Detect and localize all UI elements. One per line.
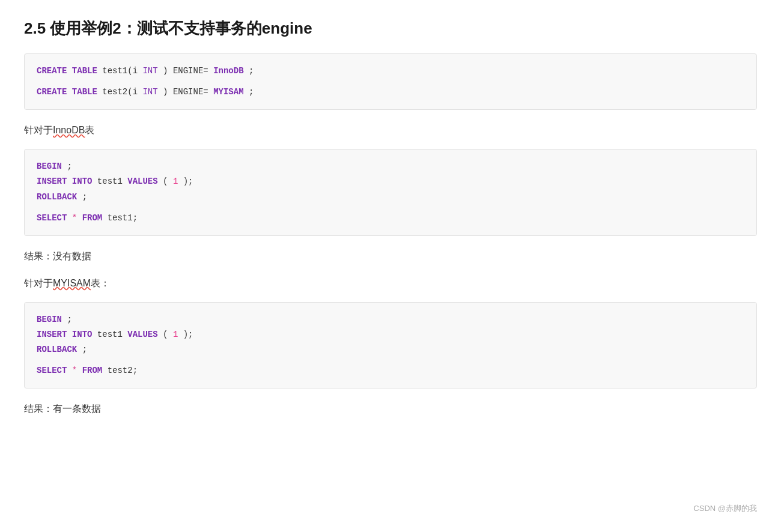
- footer-brand: CSDN @赤脚的我: [693, 503, 757, 514]
- keyword-into1: INTO: [72, 177, 93, 186]
- innodb-label: 针对于InnoDB表: [24, 122, 757, 139]
- keyword-rollback2: ROLLBACK: [37, 345, 77, 354]
- result1-value: 没有数据: [53, 251, 91, 261]
- code-line-begin1: BEGIN ;: [37, 159, 744, 174]
- page-title: 2.5 使用举例2：测试不支持事务的engine: [24, 18, 757, 39]
- code-block-innodb: BEGIN ; INSERT INTO test1 VALUES ( 1 ); …: [24, 149, 757, 236]
- keyword-select2: SELECT: [37, 366, 67, 375]
- code-line-insert1: INSERT INTO test1 VALUES ( 1 );: [37, 174, 744, 189]
- code-line-select1: SELECT * FROM test1;: [37, 211, 744, 226]
- code-line-select2: SELECT * FROM test2;: [37, 363, 744, 378]
- keyword-insert2: INSERT: [37, 330, 67, 339]
- result2-value: 有一条数据: [53, 404, 101, 414]
- code-block-myisam: BEGIN ; INSERT INTO test1 VALUES ( 1 ); …: [24, 302, 757, 389]
- number-1a: 1: [173, 177, 178, 186]
- keyword-star2: *: [72, 366, 77, 375]
- keyword-star1: *: [72, 213, 77, 223]
- code-line-insert2: INSERT INTO test1 VALUES ( 1 );: [37, 327, 744, 342]
- result1-label: 结果：: [24, 251, 53, 261]
- keyword-begin1: BEGIN: [37, 162, 62, 171]
- keyword-values2: VALUES: [127, 330, 157, 339]
- code-line-begin2: BEGIN ;: [37, 312, 744, 327]
- code-block-create: CREATE TABLE test1(i INT ) ENGINE= InnoD…: [24, 53, 757, 110]
- code-line-create1: CREATE TABLE test1(i INT ) ENGINE= InnoD…: [37, 64, 744, 79]
- keyword-int2: INT: [142, 87, 157, 97]
- keyword-from2: FROM: [82, 366, 103, 375]
- keyword-create1: CREATE: [37, 66, 67, 76]
- result2-label: 结果：: [24, 404, 53, 414]
- myisam-link: MYISAM: [53, 278, 91, 288]
- innodb-link: InnoDB: [53, 125, 85, 135]
- keyword-begin2: BEGIN: [37, 315, 62, 324]
- keyword-create2: CREATE: [37, 87, 67, 97]
- myisam-label: 针对于MYISAM表：: [24, 275, 757, 292]
- keyword-int1: INT: [142, 66, 157, 76]
- keyword-select1: SELECT: [37, 213, 67, 223]
- keyword-from1: FROM: [82, 213, 103, 223]
- code-line-create2: CREATE TABLE test2(i INT ) ENGINE= MYISA…: [37, 85, 744, 100]
- keyword-values1: VALUES: [127, 177, 157, 186]
- keyword-into2: INTO: [72, 330, 93, 339]
- code-line-rollback2: ROLLBACK ;: [37, 342, 744, 357]
- keyword-rollback1: ROLLBACK: [37, 192, 77, 202]
- number-1b: 1: [173, 330, 178, 339]
- code-line-rollback1: ROLLBACK ;: [37, 190, 744, 205]
- keyword-insert1: INSERT: [37, 177, 67, 186]
- keyword-table2: TABLE: [72, 87, 97, 97]
- keyword-myisam: MYISAM: [213, 87, 243, 97]
- keyword-table1: TABLE: [72, 66, 97, 76]
- keyword-innodb: InnoDB: [213, 66, 243, 76]
- result2-text: 结果：有一条数据: [24, 401, 757, 418]
- result1-text: 结果：没有数据: [24, 248, 757, 265]
